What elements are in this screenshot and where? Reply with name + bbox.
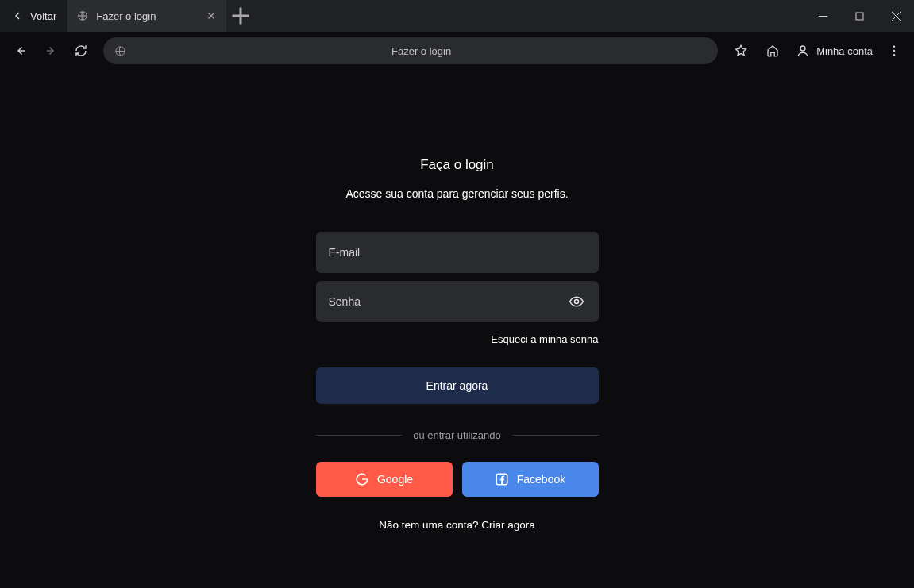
nav-back-button[interactable] <box>8 38 33 63</box>
browser-toolbar: Fazer o login Minha conta <box>0 32 914 70</box>
login-panel: Faça o login Acesse sua conta para geren… <box>307 70 608 588</box>
page-content: Faça o login Acesse sua conta para geren… <box>0 70 914 588</box>
window-controls <box>804 0 914 32</box>
titlebar-back-label: Voltar <box>30 10 56 22</box>
social-divider: ou entrar utilizando <box>316 429 599 441</box>
email-field-container <box>316 232 599 273</box>
minimize-icon <box>819 12 827 21</box>
account-button[interactable]: Minha conta <box>791 44 877 58</box>
signup-row: Não tem uma conta? Criar agora <box>307 519 608 531</box>
facebook-icon <box>495 472 509 486</box>
google-icon <box>355 472 369 486</box>
reload-icon <box>74 44 88 58</box>
globe-icon <box>114 45 126 57</box>
svg-point-5 <box>893 50 895 52</box>
nav-forward-button[interactable] <box>38 38 64 63</box>
svg-point-3 <box>800 46 805 51</box>
forgot-password-link[interactable]: Esqueci a minha senha <box>316 333 599 345</box>
google-login-button[interactable]: Google <box>316 462 453 497</box>
close-icon <box>892 12 901 21</box>
window-minimize-button[interactable] <box>804 0 841 32</box>
address-bar[interactable]: Fazer o login <box>103 37 718 64</box>
google-label: Google <box>377 473 413 486</box>
login-title: Faça o login <box>307 157 608 173</box>
svg-point-6 <box>893 54 895 56</box>
toggle-password-visibility-button[interactable] <box>567 292 586 311</box>
email-field[interactable] <box>329 246 586 259</box>
arrow-left-icon <box>11 10 24 22</box>
password-field-container <box>316 281 599 322</box>
close-icon <box>206 10 217 21</box>
signup-prefix: Não tem uma conta? <box>379 519 481 531</box>
plus-icon <box>226 2 255 30</box>
home-button[interactable] <box>759 37 786 64</box>
home-icon <box>766 44 780 58</box>
svg-rect-1 <box>856 13 863 20</box>
tab-login[interactable]: Fazer o login <box>67 0 226 32</box>
svg-point-4 <box>893 46 895 48</box>
tab-close-button[interactable] <box>206 10 217 21</box>
maximize-icon <box>855 12 864 21</box>
menu-button[interactable] <box>882 44 906 58</box>
eye-icon <box>569 294 584 309</box>
divider-label: ou entrar utilizando <box>413 429 501 441</box>
account-label: Minha conta <box>816 45 873 57</box>
star-icon <box>734 44 748 58</box>
svg-point-7 <box>574 300 578 304</box>
kebab-icon <box>887 44 901 58</box>
arrow-right-icon <box>44 44 58 58</box>
submit-button[interactable]: Entrar agora <box>316 367 599 404</box>
window-maximize-button[interactable] <box>841 0 877 32</box>
password-field[interactable] <box>329 295 567 308</box>
facebook-label: Facebook <box>517 473 565 486</box>
login-subtitle: Acesse sua conta para gerenciar seus per… <box>307 187 608 200</box>
titlebar-back-button[interactable]: Voltar <box>0 0 67 32</box>
facebook-login-button[interactable]: Facebook <box>462 462 599 497</box>
new-tab-button[interactable] <box>226 0 255 32</box>
globe-icon <box>77 10 88 21</box>
titlebar: Voltar Fazer o login <box>0 0 914 32</box>
social-buttons: Google Facebook <box>316 462 599 497</box>
reload-button[interactable] <box>68 38 94 63</box>
arrow-left-icon <box>13 44 28 58</box>
tab-title: Fazer o login <box>96 10 156 22</box>
address-text: Fazer o login <box>136 45 707 57</box>
bookmark-button[interactable] <box>727 37 754 64</box>
window-close-button[interactable] <box>877 0 914 32</box>
signup-link[interactable]: Criar agora <box>481 519 535 532</box>
titlebar-spacer <box>255 0 804 32</box>
user-icon <box>796 44 810 58</box>
